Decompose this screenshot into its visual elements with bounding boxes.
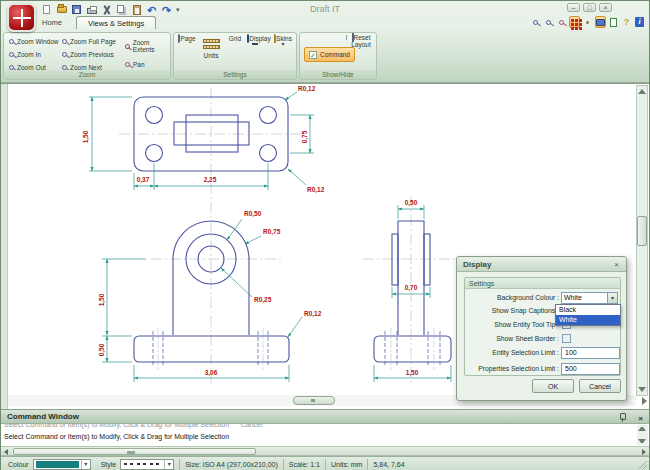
line-style-swatch: [124, 463, 161, 465]
tab-home[interactable]: Home: [31, 16, 73, 29]
scroll-right-icon[interactable]: [642, 397, 647, 405]
zoom-window-button[interactable]: Zoom Window: [9, 36, 59, 46]
grid-toggle-icon[interactable]: [569, 16, 580, 28]
settings-groupbox-header: Settings: [465, 278, 620, 289]
dialog-close-icon[interactable]: ×: [611, 260, 622, 270]
copy-icon[interactable]: [116, 4, 127, 15]
showhide-group: ✓ Command Reset Layout Show/Hide: [299, 32, 377, 80]
hscroll-right-icon[interactable]: [642, 449, 646, 455]
help-icon[interactable]: ?: [621, 16, 632, 28]
info-icon[interactable]: i: [634, 16, 645, 28]
zoom-previous-button[interactable]: Zoom Previous: [62, 49, 114, 59]
properties-limit-input[interactable]: 500: [561, 363, 620, 375]
canvas-vscroll[interactable]: [636, 85, 648, 396]
command-window-titlebar: Command Window ×: [1, 409, 649, 424]
canvas-hscroll-thumb[interactable]: [293, 396, 335, 405]
hole-centerlines: [158, 328, 434, 370]
showhide-group-label: Show/Hide: [300, 70, 376, 79]
redo-icon[interactable]: ↷: [161, 4, 172, 15]
background-colour-dropdown: Black White: [555, 304, 621, 326]
front-view: [134, 221, 289, 362]
grid-button[interactable]: Grid: [223, 35, 247, 72]
page-label: Page: [180, 35, 195, 42]
sheet-border-label: Show Sheet Border :: [465, 335, 559, 342]
grid-label: Grid: [229, 35, 241, 42]
drawing-area[interactable]: 1,50 0,75 0,37 2,25 R0,12 R0,12 1,50 0,5…: [1, 83, 649, 409]
display-toggle-icon[interactable]: [595, 16, 606, 28]
colour-combo[interactable]: ▾: [33, 459, 91, 470]
option-white[interactable]: White: [556, 315, 620, 325]
pin-icon[interactable]: [618, 413, 627, 422]
resize-grip[interactable]: [637, 459, 647, 469]
command-hscrollbar[interactable]: [1, 446, 649, 456]
minimize-button[interactable]: –: [567, 3, 580, 12]
snap-dot-icon[interactable]: [582, 16, 593, 28]
qat-options-icon[interactable]: ▾: [176, 6, 180, 14]
units-value: Units: mm: [331, 461, 363, 468]
page-button[interactable]: Page: [175, 35, 199, 72]
entity-limit-input[interactable]: 100: [561, 347, 620, 359]
zoom-extents-label: Zoom Extents: [133, 39, 170, 53]
tab-views-settings[interactable]: Views & Settings: [76, 16, 156, 29]
dim-front-height: 1,50: [98, 293, 106, 306]
command-window-close-icon[interactable]: ×: [638, 412, 643, 426]
sheet-icon[interactable]: [608, 16, 619, 28]
reset-layout-button[interactable]: Reset Layout: [348, 34, 374, 48]
pan-button[interactable]: Pan: [125, 59, 145, 69]
dim-top-width: 2,25: [204, 176, 217, 184]
settings-groupbox: Settings Background Colour : White ▾ Sho…: [464, 277, 621, 376]
open-icon[interactable]: [56, 4, 67, 15]
units-button[interactable]: Units: [199, 35, 223, 72]
zoom-window-label: Zoom Window: [17, 38, 59, 45]
dim-top-height: 1,50: [82, 130, 90, 143]
combo-arrow-icon[interactable]: ▾: [607, 293, 617, 303]
dialog-title: Display: [457, 257, 626, 272]
command-prompt[interactable]: Select Command or Item(s) to Modify, Cli…: [1, 432, 649, 440]
command-toggle[interactable]: ✓ Command: [304, 47, 355, 62]
print-icon[interactable]: [86, 4, 97, 15]
scroll-down-icon[interactable]: [638, 387, 646, 392]
skins-button[interactable]: Skins▾: [271, 35, 295, 72]
ok-button[interactable]: OK: [532, 379, 574, 393]
style-combo-arrow-icon[interactable]: ▾: [164, 460, 173, 469]
maximize-button[interactable]: □: [583, 3, 596, 12]
close-button[interactable]: ×: [599, 3, 612, 12]
zoom-out-icon[interactable]: [556, 16, 567, 28]
zoom-window-icon[interactable]: [530, 16, 541, 28]
scale-value: Scale: 1:1: [289, 461, 320, 468]
entity-tooltip-label: Show Entity Tool Tip :: [465, 321, 559, 328]
command-scroll-down-icon[interactable]: [638, 439, 646, 443]
cursor-coordinates: 5,84, 7,64: [373, 461, 404, 468]
style-combo[interactable]: ▾: [120, 459, 174, 470]
colour-combo-arrow-icon[interactable]: ▾: [81, 460, 90, 469]
cancel-button[interactable]: Cancel: [579, 379, 621, 393]
zoom-in-icon[interactable]: [543, 16, 554, 28]
canvas-vscroll-thumb[interactable]: [637, 216, 647, 246]
units-label: Units: [204, 52, 219, 59]
cut-icon[interactable]: [101, 4, 112, 15]
display-button[interactable]: Display: [247, 35, 271, 72]
new-icon[interactable]: [41, 4, 52, 15]
option-black[interactable]: Black: [556, 305, 620, 315]
save-icon[interactable]: [71, 4, 82, 15]
background-colour-combo[interactable]: White ▾: [561, 292, 618, 304]
hscroll-left-icon[interactable]: [4, 449, 8, 455]
hscroll-thumb[interactable]: [13, 448, 256, 455]
zoom-full-page-label: Zoom Full Page: [70, 38, 116, 45]
zoom-full-page-button[interactable]: Zoom Full Page: [62, 36, 116, 46]
ribbon: Zoom Window Zoom In Zoom Out Zoom Full P…: [1, 30, 649, 83]
zoom-in-button[interactable]: Zoom In: [9, 49, 41, 59]
application-menu-button[interactable]: [7, 3, 36, 32]
paste-icon[interactable]: [131, 4, 142, 15]
scroll-up-icon[interactable]: [638, 89, 646, 94]
undo-icon[interactable]: ↶: [146, 4, 157, 15]
reset-layout-icon: [352, 33, 354, 42]
command-scroll-up-icon[interactable]: [638, 427, 646, 431]
command-toggle-label: Command: [320, 51, 350, 58]
status-bar: Colour ▾ Style ▾ Size: ISO A4 (297,00x21…: [1, 456, 649, 470]
background-colour-value: White: [564, 294, 582, 301]
command-scrollbar[interactable]: [637, 425, 648, 445]
zoom-extents-button[interactable]: Zoom Extents: [125, 41, 170, 51]
sheet-border-checkbox[interactable]: [562, 334, 571, 343]
separator: [367, 459, 368, 470]
